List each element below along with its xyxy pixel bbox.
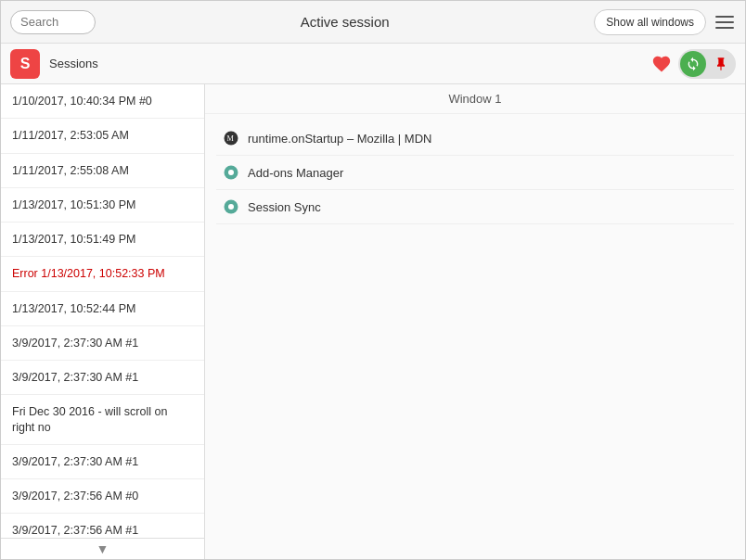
svg-text:M: M	[227, 134, 235, 143]
tab-item[interactable]: Session Sync	[216, 190, 734, 224]
sessions-logo-icon[interactable]: S	[10, 49, 40, 79]
session-items-container: 1/10/2017, 10:40:34 PM #01/11/2017, 2:53…	[1, 84, 204, 559]
session-item[interactable]: Fri Dec 30 2016 - will scroll on right n…	[1, 395, 204, 445]
session-list: 1/10/2017, 10:40:34 PM #01/11/2017, 2:53…	[1, 84, 205, 559]
menu-icon[interactable]	[715, 12, 736, 32]
header: Active session Show all windows	[1, 1, 745, 44]
toolbar-right	[649, 49, 736, 79]
toolbar: S Sessions	[1, 44, 745, 84]
addons-favicon-icon	[222, 163, 240, 182]
tab-item[interactable]: Add-ons Manager	[216, 156, 734, 190]
sync-favicon-icon	[222, 197, 240, 216]
session-item[interactable]: 3/9/2017, 2:37:56 AM #0	[1, 479, 204, 514]
session-item[interactable]: 3/9/2017, 2:37:30 AM #1	[1, 326, 204, 361]
session-item[interactable]: 1/13/2017, 10:51:49 PM	[1, 223, 204, 257]
scroll-controls: ▼	[1, 538, 204, 559]
app-window: Active session Show all windows S Sessio…	[0, 0, 746, 560]
session-item[interactable]: 1/11/2017, 2:55:08 AM	[1, 154, 204, 188]
tab-title: Add-ons Manager	[248, 166, 343, 180]
session-item[interactable]: 1/10/2017, 10:40:34 PM #0	[1, 84, 204, 119]
session-item[interactable]: 1/13/2017, 10:51:30 PM	[1, 188, 204, 223]
mozilla-favicon-icon: M	[222, 129, 240, 147]
sessions-tab-label[interactable]: Sessions	[49, 57, 98, 70]
heart-icon[interactable]	[649, 51, 675, 77]
search-input[interactable]	[10, 10, 96, 34]
main-content: 1/10/2017, 10:40:34 PM #01/11/2017, 2:53…	[1, 84, 745, 559]
window-header: Window 1	[205, 84, 745, 114]
session-item[interactable]: 1/11/2017, 2:53:05 AM	[1, 119, 204, 153]
menu-line-1	[715, 16, 734, 18]
show-all-windows-button[interactable]: Show all windows	[594, 9, 706, 35]
page-title: Active session	[96, 14, 594, 30]
tab-list: Mruntime.onStartup – Mozilla | MDNAdd-on…	[205, 114, 745, 232]
scroll-down-arrow[interactable]: ▼	[96, 542, 109, 555]
menu-line-3	[715, 27, 734, 29]
menu-line-2	[715, 21, 734, 23]
session-item[interactable]: Error 1/13/2017, 10:52:33 PM	[1, 257, 204, 291]
session-item[interactable]: 1/13/2017, 10:52:44 PM	[1, 292, 204, 326]
session-item[interactable]: 3/9/2017, 2:37:30 AM #1	[1, 445, 204, 479]
session-item[interactable]: 3/9/2017, 2:37:30 AM #1	[1, 361, 204, 395]
pin-toggle-button[interactable]	[708, 51, 734, 77]
tab-title: Session Sync	[248, 200, 321, 214]
sync-toggle-button[interactable]	[680, 51, 706, 77]
tab-item[interactable]: Mruntime.onStartup – Mozilla | MDN	[216, 121, 734, 156]
tab-title: runtime.onStartup – Mozilla | MDN	[248, 132, 431, 146]
toggle-group	[678, 49, 736, 79]
right-panel: Window 1 Mruntime.onStartup – Mozilla | …	[205, 84, 745, 559]
